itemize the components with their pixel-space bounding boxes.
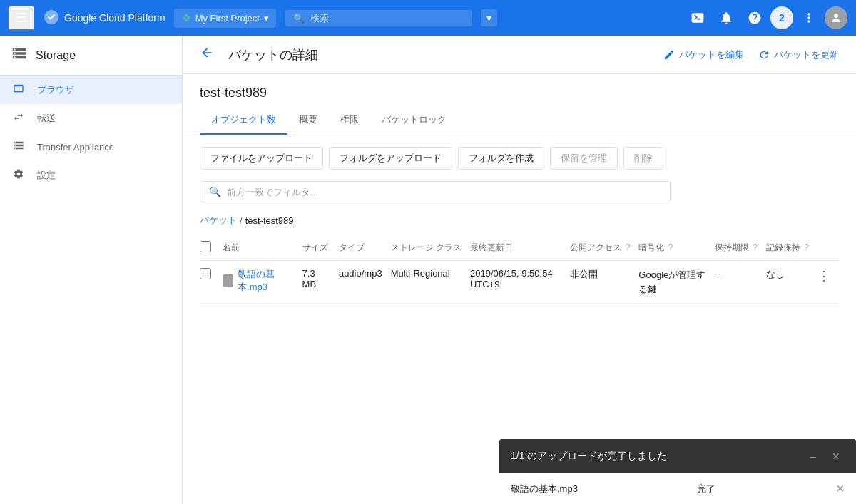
sidebar-item-settings[interactable]: 設定 xyxy=(0,161,182,190)
sidebar-item-browser-label: ブラウザ xyxy=(37,83,74,96)
project-name: My First Project xyxy=(195,13,260,24)
filter-bar: 🔍 xyxy=(183,181,856,211)
select-all-checkbox[interactable] xyxy=(200,241,211,252)
filter-input-container[interactable]: 🔍 xyxy=(200,181,671,202)
record-hold-cell: なし xyxy=(766,261,817,304)
actions-bar: ファイルをアップロード フォルダをアップロード フォルダを作成 保留を管理 削除 xyxy=(183,135,856,181)
edit-bucket-button[interactable]: バケットを編集 xyxy=(663,48,744,61)
upload-file-button[interactable]: ファイルをアップロード xyxy=(200,147,323,170)
tabs-bar: オブジェクト数 概要 権限 バケットロック xyxy=(183,106,856,135)
more-options-button[interactable] xyxy=(796,5,822,31)
hamburger-menu-button[interactable]: ☰ xyxy=(9,6,34,30)
sidebar-item-transfer-appliance[interactable]: Transfer Appliance xyxy=(0,133,182,161)
bucket-name: test-test989 xyxy=(183,74,856,101)
table-row: 敬語の基本.mp3 7.3 MB audio/mp3 Multi-Regiona… xyxy=(200,261,839,304)
sidebar: Storage ブラウザ 転送 Transfer Appliance 設定 xyxy=(0,36,183,504)
refresh-bucket-label: バケットを更新 xyxy=(774,48,839,61)
user-count-badge[interactable]: 2 xyxy=(770,6,793,29)
topnav-icon-group: 2 xyxy=(685,5,847,31)
last-modified-cell: 2019/06/15, 9:50:54 UTC+9 xyxy=(470,261,570,304)
transfer-icon xyxy=(11,111,26,125)
row-checkbox[interactable] xyxy=(200,268,211,279)
sidebar-item-settings-label: 設定 xyxy=(37,169,56,182)
storage-icon xyxy=(11,46,27,65)
search-input[interactable] xyxy=(310,13,464,24)
edit-bucket-label: バケットを編集 xyxy=(679,48,744,61)
manage-holds-button[interactable]: 保留を管理 xyxy=(550,147,618,170)
toast-body: 敬語の基本.mp3 完了 ✕ xyxy=(499,473,856,504)
col-retention: 保持期限 ? xyxy=(715,235,766,261)
search-dropdown-button[interactable]: ▾ xyxy=(481,9,497,26)
objects-table-container: 名前 サイズ タイプ ストレージ クラス 最終更新日 公開アクセス ? 暗号化 … xyxy=(183,235,856,304)
public-access-cell: 非公開 xyxy=(570,261,638,304)
col-public-access: 公開アクセス ? xyxy=(570,235,638,261)
objects-table: 名前 サイズ タイプ ストレージ クラス 最終更新日 公開アクセス ? 暗号化 … xyxy=(200,235,839,304)
filter-input[interactable] xyxy=(227,187,661,197)
sidebar-item-transfer-label: 転送 xyxy=(37,112,56,125)
logo-text: Google Cloud Platform xyxy=(64,12,165,24)
col-size: サイズ xyxy=(302,235,339,261)
tab-bucket-lock[interactable]: バケットロック xyxy=(370,106,458,135)
main-content: バケットの詳細 バケットを編集 バケットを更新 test-test989 オブジ… xyxy=(183,36,856,504)
toast-filename: 敬語の基本.mp3 xyxy=(511,483,578,495)
appliance-icon xyxy=(11,140,26,154)
sidebar-item-transfer[interactable]: 転送 xyxy=(0,104,182,133)
col-last-modified: 最終更新日 xyxy=(470,235,570,261)
upload-toast: 1/1 のアップロードが完了しました – ✕ 敬語の基本.mp3 完了 ✕ xyxy=(499,439,856,504)
refresh-bucket-button[interactable]: バケットを更新 xyxy=(758,48,839,61)
public-access-help-icon[interactable]: ? xyxy=(626,242,631,252)
toast-minimize-button[interactable]: – xyxy=(805,448,822,465)
sidebar-header-label: Storage xyxy=(36,49,76,62)
file-type-cell: audio/mp3 xyxy=(339,261,391,304)
breadcrumb-separator: / xyxy=(240,215,243,226)
file-type-icon xyxy=(223,274,233,287)
sidebar-item-appliance-label: Transfer Appliance xyxy=(37,142,114,153)
help-button[interactable] xyxy=(742,5,768,31)
col-encryption: 暗号化 ? xyxy=(638,235,715,261)
encryption-cell: Googleが管理する鍵 xyxy=(638,261,715,304)
toast-close-button[interactable]: ✕ xyxy=(827,448,845,465)
sidebar-item-browser[interactable]: ブラウザ xyxy=(0,76,182,104)
breadcrumb: バケット / test-test989 xyxy=(183,211,856,235)
sidebar-header: Storage xyxy=(0,36,182,76)
search-icon: 🔍 xyxy=(293,13,305,24)
breadcrumb-current: test-test989 xyxy=(245,215,294,226)
toast-header: 1/1 のアップロードが完了しました – ✕ xyxy=(499,439,856,473)
file-name-cell[interactable]: 敬語の基本.mp3 xyxy=(223,268,294,294)
storage-class-cell: Multi-Regional xyxy=(391,261,470,304)
content-header: バケットの詳細 バケットを編集 バケットを更新 xyxy=(183,36,856,74)
create-folder-button[interactable]: フォルダを作成 xyxy=(458,147,544,170)
global-search-bar[interactable]: 🔍 xyxy=(285,10,472,26)
toast-title: 1/1 のアップロードが完了しました xyxy=(511,450,667,463)
upload-folder-button[interactable]: フォルダをアップロード xyxy=(329,147,452,170)
main-layout: Storage ブラウザ 転送 Transfer Appliance 設定 xyxy=(0,36,856,504)
tab-objects[interactable]: オブジェクト数 xyxy=(200,106,287,135)
settings-icon xyxy=(11,168,26,182)
encryption-help-icon[interactable]: ? xyxy=(668,242,673,252)
delete-button[interactable]: 削除 xyxy=(623,147,663,170)
breadcrumb-bucket-link[interactable]: バケット xyxy=(200,214,237,227)
cloud-shell-button[interactable] xyxy=(685,5,710,31)
filter-search-icon: 🔍 xyxy=(209,186,221,197)
col-name: 名前 xyxy=(223,235,302,261)
back-button[interactable] xyxy=(200,46,214,63)
col-type: タイプ xyxy=(339,235,391,261)
record-hold-help-icon[interactable]: ? xyxy=(804,242,809,252)
user-avatar[interactable] xyxy=(825,6,847,29)
notifications-button[interactable] xyxy=(713,5,739,31)
retention-cell: – xyxy=(715,261,766,304)
app-logo: Google Cloud Platform xyxy=(43,9,165,28)
chevron-down-icon: ▾ xyxy=(264,13,269,24)
tab-overview[interactable]: 概要 xyxy=(287,106,329,135)
browser-icon xyxy=(11,83,26,97)
project-selector[interactable]: ❖ My First Project ▾ xyxy=(174,9,276,28)
toast-item-close-button[interactable]: ✕ xyxy=(835,482,845,495)
encryption-text: Googleが管理する鍵 xyxy=(638,269,705,294)
row-menu-button[interactable]: ⋮ xyxy=(817,269,830,283)
retention-help-icon[interactable]: ? xyxy=(753,242,758,252)
file-name-text: 敬語の基本.mp3 xyxy=(238,268,294,294)
tab-permissions[interactable]: 権限 xyxy=(329,106,370,135)
top-navigation: ☰ Google Cloud Platform ❖ My First Proje… xyxy=(0,0,856,36)
col-record-hold: 記録保持 ? xyxy=(766,235,817,261)
toast-controls: – ✕ xyxy=(805,448,845,465)
